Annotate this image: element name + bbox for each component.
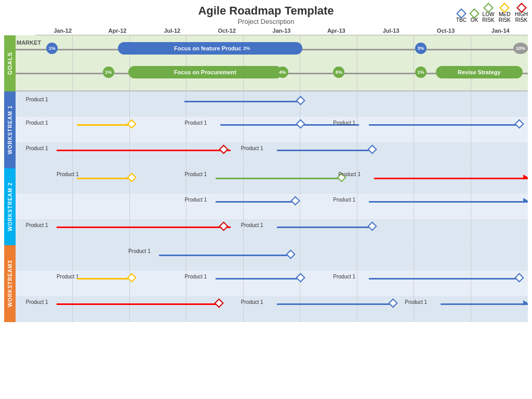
ws3-r1-blue [159, 255, 292, 256]
ws3-r2-blue [216, 278, 303, 280]
ws2-r1-red-arrow [523, 175, 528, 180]
ws1-section: Product 1 Product 1 Product 1 Product 1 [16, 91, 528, 168]
page-subtitle: Project Description [4, 18, 528, 25]
ws2-r2-blue1 [216, 201, 292, 203]
ws3-r3-blue [277, 303, 395, 305]
ws2-section: Product 1 Product 1 Product 1 Product 1 … [16, 168, 528, 245]
milestone-3pct-row1: 3% [415, 43, 427, 54]
ws2-r3-blue [277, 227, 374, 228]
ws1-r3-blue [277, 150, 374, 151]
grid-line-7 [414, 35, 414, 90]
ws3-gl8 [471, 245, 471, 322]
ws1-r2-label3: Product 1 [333, 120, 355, 126]
ws3-row3-bg [16, 296, 528, 322]
milestone-1pct-row2: 1% [103, 66, 114, 78]
ws3-r3-blue2 [441, 303, 528, 305]
ws2-gl7 [414, 168, 414, 244]
ws1-row3-bg [16, 142, 528, 168]
col-oct13: Oct-13 [418, 28, 473, 34]
ws1-gl7 [414, 91, 414, 167]
ws2-gl8 [471, 168, 471, 244]
low-risk-label: LOWRISK [482, 11, 494, 23]
timeline-header: Jan-12 Apr-12 Jul-12 Oct-12 Jan-13 Apr-1… [35, 28, 528, 35]
ws3-r2-blue2 [369, 278, 523, 280]
ws1-gl4 [243, 91, 244, 167]
ws2-label: WORKSTREAM 2 [4, 168, 16, 245]
ws3-r2-yellow [77, 278, 133, 280]
ws3-r3-blue-arrow [523, 300, 528, 305]
ws1-r2-yellow [77, 124, 133, 126]
ws3-r3-label1: Product 1 [26, 299, 48, 305]
ws1-r3-label: Product 1 [26, 145, 48, 151]
grid-line-6 [357, 35, 357, 90]
ws3-r2-label2: Product 1 [184, 274, 207, 280]
page-header: Agile Roadmap Template Project Descripti… [4, 4, 528, 25]
ws2-r2-blue2 [369, 201, 528, 203]
milestone-10pct-row1: 10% [513, 43, 528, 54]
milestone-4pct-row2: 4% [277, 66, 288, 78]
ws3-r2-label1: Product 1 [57, 274, 79, 280]
ws2-r3-red [57, 227, 231, 228]
ws3-r3-label2: Product 1 [241, 299, 263, 305]
ws3-r2-label3: Product 1 [333, 274, 355, 280]
ws1-r3-red [57, 150, 231, 151]
ws3-gl4 [243, 245, 244, 322]
ws3-gl7 [414, 245, 414, 322]
legend-ok: OK [471, 10, 478, 23]
ws3-gl5 [300, 245, 300, 322]
bar-focus-feature-products: Focus on feature Products [118, 42, 302, 55]
ws1-r3-label2: Product 1 [241, 145, 263, 151]
ws2-row3-bg [16, 219, 528, 245]
col-jan12: Jan-12 [35, 28, 90, 34]
ws3-gl1 [72, 245, 73, 322]
ws1-gl3 [186, 91, 187, 167]
milestone-1pct-row2b: 1% [415, 66, 427, 78]
main-content: GOALS WORKSTREAM 1 WORKSTREAM 2 WORKSTRE… [4, 35, 528, 395]
ws2-gl1 [72, 168, 73, 244]
ws1-r2-label1: Product 1 [26, 120, 48, 126]
content-area: MARKET 1% Focus on feature Products 2% 3… [16, 35, 528, 395]
col-jul13: Jul-13 [364, 28, 418, 34]
page-title: Agile Roadmap Template [4, 4, 528, 18]
ws1-r1-line [184, 101, 302, 102]
milestone-1pct-row1: 1% [46, 43, 58, 54]
goals-label: GOALS [4, 35, 16, 91]
col-apr12: Apr-12 [90, 28, 144, 34]
ws2-r1-label2: Product 1 [184, 171, 207, 177]
legend-med-risk: MEDRISK [499, 4, 511, 23]
legend: TBC OK LOWRISK MEDRISK HIGHRISK [456, 4, 528, 23]
ws2-r2-label: Product 1 [184, 197, 207, 203]
ws1-r2-label2: Product 1 [184, 120, 207, 126]
ws2-r2-blue-arrow [523, 198, 528, 203]
grid-line-1 [72, 35, 73, 90]
ws1-row1-bg [16, 91, 528, 117]
ws3-gl3 [186, 245, 187, 322]
ws1-r1-label: Product 1 [26, 97, 48, 102]
ws2-row2-bg [16, 194, 528, 219]
ws3-r3-label3: Product 1 [405, 299, 427, 305]
grid-line-8 [471, 35, 471, 90]
ws1-row2-bg [16, 117, 528, 142]
legend-high-risk: HIGHRISK [515, 4, 528, 23]
col-apr13: Apr-13 [309, 28, 364, 34]
ws3-row1-bg [16, 245, 528, 271]
ws3-r1-label: Product 1 [128, 248, 151, 254]
col-jul12: Jul-12 [145, 28, 200, 34]
milestone-2pct-row1: 2% [241, 43, 252, 54]
ws1-gl1 [72, 91, 73, 167]
col-oct12: Oct-12 [200, 28, 254, 34]
col-jan13: Jan-13 [254, 28, 309, 34]
milestone-8pct-row2: 8% [333, 66, 344, 78]
ws2-gl6 [357, 168, 357, 244]
legend-low-risk: LOWRISK [482, 4, 494, 23]
market-label: MARKET [17, 39, 41, 46]
ws3-gl6 [357, 245, 357, 322]
bar-revise-strategy: Revise Strategy [436, 66, 523, 78]
ws2-gl4 [243, 168, 244, 244]
ws3-section: Product 1 Product 1 Product 1 Product 1 … [16, 245, 528, 322]
ws2-row1-bg [16, 168, 528, 194]
ws2-r1-label1: Product 1 [57, 171, 79, 177]
ws1-gl8 [471, 91, 471, 167]
ws2-r1-yellow [77, 178, 133, 179]
bar-focus-procurement: Focus on Procurement [128, 66, 282, 78]
